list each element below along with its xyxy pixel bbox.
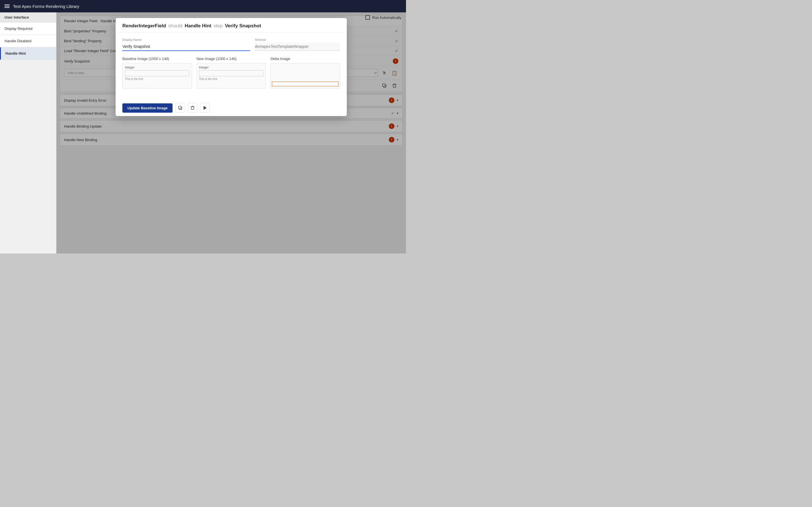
- form-row-top: Display Name Selector: [122, 38, 340, 51]
- delta-highlight: [272, 81, 339, 87]
- delta-col: Delta Image: [270, 57, 340, 89]
- modal-title-action: Verify Snapshot: [225, 23, 261, 29]
- images-grid: Baseline Image (1000 x 146) Integer This…: [122, 57, 340, 89]
- left-sidebar: User Interface Display Required Handle D…: [0, 12, 56, 253]
- modal: RenderIntegerField should Handle Hint st…: [116, 18, 347, 116]
- baseline-integer: Integer: [125, 66, 190, 69]
- new-input-box: [199, 70, 264, 76]
- sidebar-item-handle-disabled[interactable]: Handle Disabled: [0, 35, 56, 47]
- delta-top-area: [271, 63, 340, 79]
- display-name-input[interactable]: [122, 43, 250, 51]
- selector-input[interactable]: [255, 43, 340, 51]
- baseline-hint: This is the hint: [125, 77, 190, 80]
- modal-body: Display Name Selector: [116, 33, 347, 100]
- new-image-preview: Integer This is the hint: [197, 63, 266, 89]
- baseline-label: Baseline Image (1000 x 146): [122, 57, 192, 61]
- app-root: Test Apex Forms Rendering Library User I…: [0, 0, 406, 253]
- selector-label: Selector: [255, 38, 340, 41]
- delta-label: Delta Image: [270, 57, 340, 61]
- baseline-col: Baseline Image (1000 x 146) Integer This…: [122, 57, 192, 89]
- modal-title-test: Handle Hint: [185, 23, 211, 29]
- baseline-input-box: [125, 70, 190, 76]
- app-title: Test Apex Forms Rendering Library: [13, 4, 79, 9]
- modal-copy-button[interactable]: [175, 103, 185, 113]
- modal-delete-button[interactable]: [188, 103, 197, 113]
- modal-title-step: step: [213, 23, 222, 29]
- svg-marker-4: [204, 106, 207, 110]
- display-name-label: Display Name: [122, 38, 250, 41]
- body-row: User Interface Display Required Handle D…: [0, 12, 406, 253]
- images-section: Baseline Image (1000 x 146) Integer This…: [122, 57, 340, 89]
- new-image-label: New Image (1000 x 146): [197, 57, 266, 61]
- form-group-selector: Selector: [255, 38, 340, 51]
- topbar: Test Apex Forms Rendering Library: [0, 0, 406, 12]
- modal-footer: Update Baseline Image: [116, 100, 347, 116]
- new-image-col: New Image (1000 x 146) Integer This is t…: [197, 57, 266, 89]
- modal-header: RenderIntegerField should Handle Hint st…: [116, 18, 347, 33]
- baseline-preview: Integer This is the hint: [122, 63, 192, 89]
- modal-title-should: should: [168, 23, 183, 29]
- sidebar-item-handle-hint[interactable]: Handle Hint: [0, 47, 56, 60]
- update-baseline-button[interactable]: Update Baseline Image: [122, 103, 172, 113]
- svg-rect-3: [179, 106, 181, 109]
- new-integer: Integer: [199, 66, 264, 69]
- delta-preview: [270, 63, 340, 89]
- hamburger-icon[interactable]: [4, 4, 10, 8]
- new-hint: This is the hint: [199, 77, 264, 80]
- sidebar-item-display-required[interactable]: Display Required: [0, 22, 56, 35]
- content-area: Run Automatically Render Integer Field H…: [56, 12, 406, 253]
- modal-play-button[interactable]: [200, 103, 210, 113]
- modal-overlay[interactable]: RenderIntegerField should Handle Hint st…: [56, 12, 406, 253]
- sidebar-header: User Interface: [0, 12, 56, 22]
- form-group-display-name: Display Name: [122, 38, 250, 51]
- modal-title-component: RenderIntegerField: [122, 23, 166, 29]
